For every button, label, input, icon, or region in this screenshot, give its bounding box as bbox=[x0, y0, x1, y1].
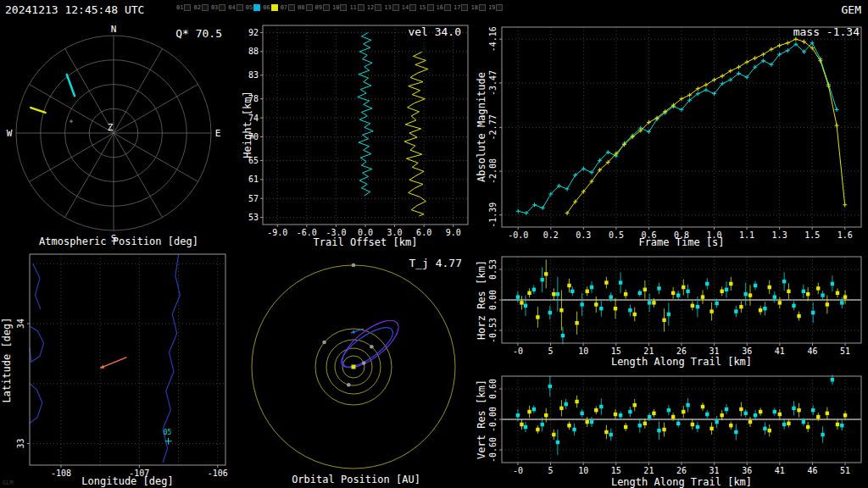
meteoroid-orbit bbox=[336, 313, 406, 375]
station-box[interactable] bbox=[409, 4, 416, 11]
horz-res-axis-label: Horz Res [km] bbox=[476, 260, 487, 340]
station-toggle-17[interactable]: 17 bbox=[453, 4, 468, 11]
station-toggle-14[interactable]: 14 bbox=[402, 4, 416, 11]
series-yellow bbox=[567, 39, 845, 213]
ground-track-map: 05-108-107-1063433 bbox=[0, 250, 237, 488]
station-toggle-03[interactable]: 03 bbox=[211, 4, 225, 11]
station-number: 03 bbox=[211, 4, 218, 11]
ground-track-panel: 05-108-107-1063433 Latitude [deg] Longit… bbox=[0, 250, 237, 488]
svg-text:-0.60: -0.60 bbox=[488, 437, 498, 463]
station-toggle-16[interactable]: 16 bbox=[437, 4, 451, 11]
vert-res-plot: -051015212631364146510.60-0.00-0.60 bbox=[475, 373, 868, 488]
shower-code: GEM bbox=[842, 3, 861, 16]
compass-label: E bbox=[215, 128, 221, 139]
svg-text:-0: -0 bbox=[513, 466, 523, 475]
longitude-axis-title: Longitude [deg] bbox=[30, 475, 225, 487]
svg-text:36: 36 bbox=[742, 466, 752, 475]
svg-text:10: 10 bbox=[578, 466, 588, 475]
station-box[interactable] bbox=[306, 4, 313, 11]
svg-text:57: 57 bbox=[248, 194, 259, 203]
svg-text:51: 51 bbox=[840, 347, 850, 356]
magnitude-axis-label: Absolute Magnitude bbox=[476, 72, 487, 182]
svg-text:-0.53: -0.53 bbox=[488, 318, 498, 343]
station-box[interactable] bbox=[444, 4, 451, 11]
svg-text:34: 34 bbox=[16, 319, 25, 329]
magnitude-plot: -0.00.20.30.50.60.81.01.11.31.51.6-4.16-… bbox=[475, 19, 868, 250]
station-box[interactable] bbox=[323, 4, 330, 11]
svg-text:-0.00: -0.00 bbox=[488, 407, 498, 432]
station-toggle-19[interactable]: 19 bbox=[488, 4, 503, 11]
vert-res-axis-label: Vert Res [km] bbox=[476, 380, 487, 459]
station-toggle-10[interactable]: 10 bbox=[332, 4, 347, 11]
svg-text:10: 10 bbox=[578, 347, 588, 356]
atmospheric-position-title: Atmospheric Position [deg] bbox=[0, 236, 237, 247]
header-bar: 20241213 12:45:48 UTC 010203040506070809… bbox=[0, 0, 868, 19]
q-parameter-label: Q* 70.5 bbox=[175, 27, 222, 40]
station-toggle-06[interactable]: 06 bbox=[263, 4, 277, 11]
radiant-mark bbox=[70, 119, 73, 123]
meteor-streak-cyan bbox=[67, 75, 75, 96]
station-toggle-13[interactable]: 13 bbox=[384, 4, 398, 11]
station-toggle-18[interactable]: 18 bbox=[470, 4, 485, 11]
svg-text:21: 21 bbox=[643, 466, 654, 475]
watermark: GLM bbox=[3, 480, 14, 486]
svg-text:-3.47: -3.47 bbox=[488, 70, 498, 96]
station-number: 13 bbox=[384, 4, 391, 11]
station-box[interactable] bbox=[271, 4, 278, 11]
station-toggle-08[interactable]: 08 bbox=[298, 4, 312, 11]
station-number: 06 bbox=[263, 4, 270, 11]
ground-track-arrow bbox=[100, 358, 126, 369]
trail-offset-panel: -9.0-6.0-3.00.03.06.09.09288837874706561… bbox=[237, 19, 475, 250]
station-number: 09 bbox=[315, 4, 322, 11]
series-cyan bbox=[518, 43, 837, 214]
planet-dot bbox=[362, 361, 366, 365]
station-box[interactable] bbox=[219, 4, 225, 11]
station-box[interactable] bbox=[340, 4, 347, 11]
station-toggle-strip: 01020304050607080910111213141516171819 bbox=[176, 4, 505, 11]
mass-label: mass -1.34 bbox=[793, 25, 860, 38]
station-box[interactable] bbox=[253, 4, 260, 11]
svg-text:61: 61 bbox=[248, 175, 259, 184]
timestamp: 20241213 12:45:48 UTC bbox=[5, 3, 144, 16]
station-number: 12 bbox=[367, 4, 374, 11]
station-box[interactable] bbox=[236, 4, 243, 11]
station-box[interactable] bbox=[288, 4, 295, 11]
station-toggle-12[interactable]: 12 bbox=[367, 4, 381, 11]
station-toggle-02[interactable]: 02 bbox=[193, 4, 208, 11]
planet-dot bbox=[322, 341, 326, 345]
station-box[interactable] bbox=[184, 4, 191, 11]
station-toggle-15[interactable]: 15 bbox=[419, 4, 433, 11]
planet-dot bbox=[370, 345, 374, 349]
station-toggle-07[interactable]: 07 bbox=[281, 4, 295, 11]
svg-text:33: 33 bbox=[16, 439, 25, 449]
svg-text:-1.39: -1.39 bbox=[488, 202, 498, 228]
svg-text:15: 15 bbox=[611, 466, 621, 475]
station-number: 17 bbox=[453, 4, 460, 11]
station-box[interactable] bbox=[427, 4, 434, 11]
meteor-analysis-app: 20241213 12:45:48 UTC 010203040506070809… bbox=[0, 0, 868, 488]
station-box[interactable] bbox=[461, 4, 468, 11]
map-feature bbox=[33, 263, 41, 309]
map-feature bbox=[30, 326, 44, 362]
compass-label: N bbox=[111, 24, 117, 35]
trail-offset-plot: -9.0-6.0-3.00.03.06.09.09288837874706561… bbox=[237, 19, 475, 250]
station-number: 02 bbox=[193, 4, 200, 11]
horz-length-axis-title: Length Along Trail [km] bbox=[502, 356, 861, 368]
station-box[interactable] bbox=[479, 4, 486, 11]
station-box[interactable] bbox=[496, 4, 503, 11]
svg-text:0.00: 0.00 bbox=[488, 290, 498, 310]
station-toggle-01[interactable]: 01 bbox=[176, 4, 191, 11]
svg-text:0.53: 0.53 bbox=[488, 259, 498, 280]
station-toggle-11[interactable]: 11 bbox=[349, 4, 364, 11]
station-box[interactable] bbox=[375, 4, 381, 11]
station-toggle-05[interactable]: 05 bbox=[246, 4, 260, 11]
svg-text:31: 31 bbox=[709, 347, 720, 356]
station-number: 18 bbox=[470, 4, 477, 11]
station-box[interactable] bbox=[358, 4, 364, 11]
station-toggle-09[interactable]: 09 bbox=[315, 4, 330, 11]
svg-text:15: 15 bbox=[611, 347, 621, 356]
station-box[interactable] bbox=[202, 4, 209, 11]
station-box[interactable] bbox=[392, 4, 399, 11]
svg-text:41: 41 bbox=[775, 466, 785, 475]
station-toggle-04[interactable]: 04 bbox=[228, 4, 242, 11]
